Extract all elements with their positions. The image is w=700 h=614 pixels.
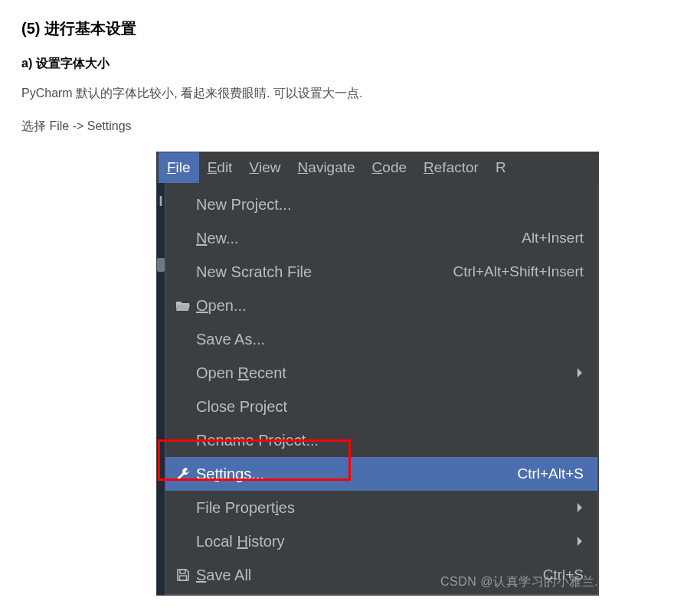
menu-item-shortcut: Ctrl+Alt+Shift+Insert bbox=[453, 263, 584, 280]
menu-item-label: New Project... bbox=[196, 196, 584, 214]
menu-item-label: Local History bbox=[196, 533, 570, 550]
menu-icon-blank bbox=[173, 499, 193, 516]
menu-item-shortcut: Ctrl+Alt+S bbox=[517, 465, 584, 482]
chevron-right-icon bbox=[576, 502, 584, 513]
menu-item-shortcut: Alt+Insert bbox=[522, 230, 584, 247]
paragraph: PyCharm 默认的字体比较小, 看起来很费眼睛. 可以设置大一点. bbox=[21, 86, 679, 102]
menu-icon-blank bbox=[173, 432, 193, 449]
menu-item[interactable]: New Scratch FileCtrl+Alt+Shift+Insert bbox=[165, 255, 597, 289]
menu-icon-blank bbox=[173, 398, 193, 415]
menubar-item[interactable]: File bbox=[159, 152, 199, 183]
menu-item[interactable]: Save AllCtrl+S bbox=[165, 558, 597, 592]
file-menu-dropdown: New Project...New...Alt+InsertNew Scratc… bbox=[165, 183, 598, 595]
menu-icon-blank bbox=[173, 331, 193, 348]
menu-item[interactable]: Open Recent bbox=[165, 356, 597, 390]
menubar-item[interactable]: Code bbox=[364, 152, 415, 183]
menu-item[interactable]: Rename Project... bbox=[165, 423, 597, 457]
menubar: FileEditViewNavigateCodeRefactorR bbox=[157, 152, 598, 183]
folder-open-icon bbox=[173, 297, 193, 314]
menubar-item[interactable]: Navigate bbox=[289, 152, 364, 183]
menu-item-label: File Properties bbox=[196, 499, 570, 517]
menu-icon-blank bbox=[173, 263, 193, 280]
menu-item[interactable]: New...Alt+Insert bbox=[165, 221, 597, 255]
menu-item-shortcut: Ctrl+S bbox=[543, 567, 584, 583]
svg-rect-1 bbox=[180, 576, 187, 580]
menubar-item[interactable]: Edit bbox=[199, 152, 241, 183]
menu-item-label: Save All bbox=[196, 567, 543, 584]
chevron-right-icon bbox=[576, 536, 584, 547]
ide-strip-glyph bbox=[157, 258, 165, 272]
menu-item[interactable]: Settings...Ctrl+Alt+S bbox=[165, 457, 597, 491]
menubar-item[interactable]: Refactor bbox=[415, 152, 487, 183]
paragraph: 选择 File -> Settings bbox=[21, 119, 679, 135]
menubar-item[interactable]: R bbox=[487, 152, 515, 183]
menu-item[interactable]: Local History bbox=[165, 524, 597, 558]
menu-icon-blank bbox=[173, 364, 193, 381]
menu-icon-blank bbox=[173, 230, 193, 247]
ide-left-strip: I bbox=[157, 183, 165, 595]
menu-item-label: Open Recent bbox=[196, 364, 570, 382]
menu-item[interactable]: File Properties bbox=[165, 491, 597, 524]
menu-item-label: New Scratch File bbox=[196, 263, 453, 281]
menu-item[interactable]: Save As... bbox=[165, 322, 597, 356]
menu-item-label: Settings... bbox=[196, 465, 517, 483]
ide-strip-glyph: I bbox=[157, 194, 165, 217]
menu-item-label: Open... bbox=[196, 297, 584, 315]
menu-item[interactable]: New Project... bbox=[165, 188, 597, 221]
section-heading: (5) 进行基本设置 bbox=[21, 18, 679, 39]
pycharm-screenshot: FileEditViewNavigateCodeRefactorR I New … bbox=[156, 152, 599, 596]
save-icon bbox=[173, 567, 193, 583]
chevron-right-icon bbox=[576, 367, 584, 378]
menu-item-label: New... bbox=[196, 230, 522, 247]
menubar-item[interactable]: View bbox=[240, 152, 289, 183]
wrench-icon bbox=[173, 465, 193, 482]
subsection-heading: a) 设置字体大小 bbox=[21, 56, 679, 72]
menu-item-label: Close Project bbox=[196, 398, 584, 416]
menu-item[interactable]: Close Project bbox=[165, 390, 597, 423]
menu-item-label: Rename Project... bbox=[196, 432, 584, 449]
menu-icon-blank bbox=[173, 533, 193, 550]
menu-item-label: Save As... bbox=[196, 331, 584, 348]
menu-icon-blank bbox=[173, 196, 193, 213]
menu-item[interactable]: Open... bbox=[165, 289, 597, 322]
